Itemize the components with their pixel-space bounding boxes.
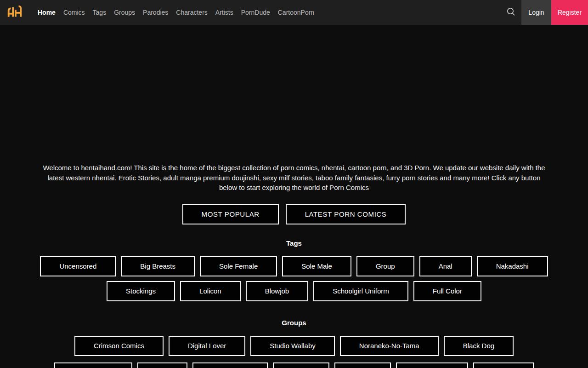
nav-item-groups[interactable]: Groups (114, 9, 135, 16)
group-button-noraneko-no-tama[interactable]: Noraneko-No-Tama (340, 336, 439, 356)
group-button-cutoff-2[interactable] (137, 362, 187, 368)
logo[interactable] (0, 0, 24, 25)
tag-button-lolicon[interactable]: Lolicon (180, 281, 241, 301)
navbar: HomeComicsTagsGroupsParodiesCharactersAr… (0, 0, 588, 25)
search-icon (507, 7, 515, 17)
tags-heading: Tags (0, 239, 588, 247)
welcome-text: Welcome to hentaihand.com! This site is … (39, 163, 549, 193)
group-button-cutoff-4[interactable] (273, 362, 329, 368)
tag-button-sole-male[interactable]: Sole Male (282, 256, 351, 276)
login-button[interactable]: Login (521, 0, 551, 25)
tag-button-schoolgirl-uniform[interactable]: Schoolgirl Uniform (313, 281, 408, 301)
nav-item-comics[interactable]: Comics (63, 9, 85, 16)
cta-row: MOST POPULAR LATEST PORN COMICS (0, 204, 588, 224)
tag-button-blowjob[interactable]: Blowjob (246, 281, 309, 301)
group-button-cutoff-1[interactable] (54, 362, 132, 368)
nav-item-characters[interactable]: Characters (176, 9, 207, 16)
main-content: Welcome to hentaihand.com! This site is … (0, 163, 588, 368)
group-button-digital-lover[interactable]: Digital Lover (169, 336, 245, 356)
tag-button-group[interactable]: Group (356, 256, 414, 276)
tag-button-sole-female[interactable]: Sole Female (200, 256, 277, 276)
group-button-crimson-comics[interactable]: Crimson Comics (74, 336, 164, 356)
tags-row-2: StockingsLoliconBlowjobSchoolgirl Unifor… (0, 281, 588, 301)
nav-item-parodies[interactable]: Parodies (143, 9, 168, 16)
groups-heading: Groups (0, 319, 588, 327)
group-button-black-dog[interactable]: Black Dog (444, 336, 514, 356)
groups-row-2 (0, 362, 588, 368)
group-button-cutoff-3[interactable] (192, 362, 268, 368)
tag-button-full-color[interactable]: Full Color (413, 281, 481, 301)
group-button-cutoff-7[interactable] (473, 362, 534, 368)
tag-button-nakadashi[interactable]: Nakadashi (477, 256, 548, 276)
logo-icon (6, 3, 23, 22)
register-button[interactable]: Register (551, 0, 588, 25)
tag-button-stockings[interactable]: Stockings (107, 281, 175, 301)
tag-button-big-breasts[interactable]: Big Breasts (121, 256, 195, 276)
tag-button-uncensored[interactable]: Uncensored (40, 256, 116, 276)
nav-item-artists[interactable]: Artists (215, 9, 233, 16)
nav-item-porndude[interactable]: PornDude (241, 9, 270, 16)
group-button-cutoff-6[interactable] (396, 362, 468, 368)
tag-button-anal[interactable]: Anal (419, 256, 472, 276)
latest-porn-comics-button[interactable]: LATEST PORN COMICS (286, 204, 406, 224)
tags-row-1: UncensoredBig BreastsSole FemaleSole Mal… (0, 256, 588, 276)
nav-item-cartoonporn[interactable]: CartoonPorn (278, 9, 314, 16)
nav-item-home[interactable]: Home (38, 9, 56, 16)
nav-item-tags[interactable]: Tags (93, 9, 107, 16)
groups-row-1: Crimson ComicsDigital LoverStudio Wallab… (0, 336, 588, 356)
group-button-cutoff-5[interactable] (334, 362, 391, 368)
group-button-studio-wallaby[interactable]: Studio Wallaby (250, 336, 335, 356)
nav-right: Login Register (500, 0, 588, 25)
nav-links: HomeComicsTagsGroupsParodiesCharactersAr… (38, 0, 314, 25)
most-popular-button[interactable]: MOST POPULAR (182, 204, 279, 224)
search-button[interactable] (500, 0, 521, 25)
